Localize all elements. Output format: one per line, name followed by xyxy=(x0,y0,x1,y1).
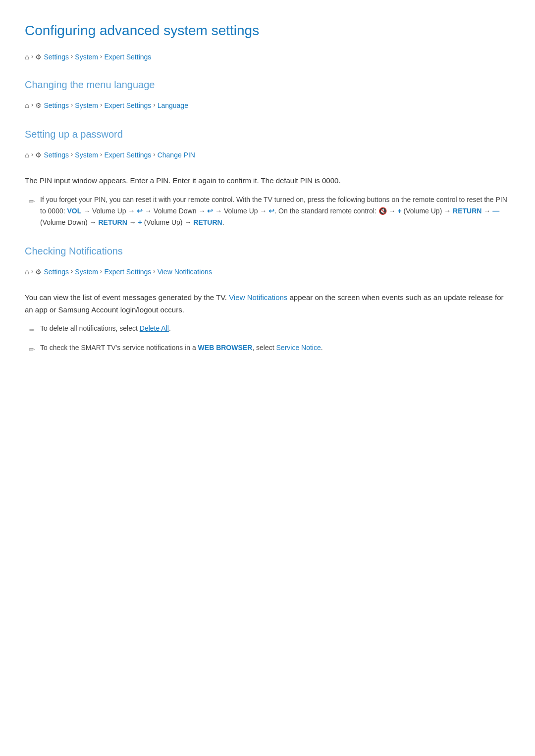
pencil-icon-service: ✏ xyxy=(29,344,35,355)
home-icon-pin: ⌂ xyxy=(25,149,29,161)
chevron-lang-3: › xyxy=(100,100,102,110)
breadcrumb-language-item[interactable]: Language xyxy=(158,100,188,111)
section-language: Changing the menu language ⌂ › ⚙ Setting… xyxy=(25,77,510,111)
breadcrumb-settings[interactable]: Settings xyxy=(44,51,69,62)
home-icon: ⌂ xyxy=(25,51,29,63)
pencil-icon-delete: ✏ xyxy=(29,324,35,336)
breadcrumb-notifications: ⌂ › ⚙ Settings › System › Expert Setting… xyxy=(25,266,510,278)
service-note-post: . xyxy=(321,344,323,352)
breadcrumb-expert-settings: ⌂ › ⚙ Settings › System › Expert Setting… xyxy=(25,51,510,63)
page-title: Configuring advanced system settings xyxy=(25,20,510,42)
return-arrow-3: ↩ xyxy=(268,207,274,215)
chevron-icon-1: › xyxy=(31,51,33,62)
settings-gear-icon-notif: ⚙ xyxy=(35,266,42,277)
breadcrumb-expert-notif[interactable]: Expert Settings xyxy=(104,266,151,277)
delete-note-post: . xyxy=(169,324,171,332)
service-notice-note-text: To check the SMART TV's service notifica… xyxy=(40,342,323,353)
breadcrumb-changepin: ⌂ › ⚙ Settings › System › Expert Setting… xyxy=(25,149,510,161)
breadcrumb-changepin-item[interactable]: Change PIN xyxy=(158,150,195,160)
return-label-1: RETURN xyxy=(453,207,482,215)
password-note: ✏ If you forget your PIN, you can reset … xyxy=(29,194,510,228)
chevron-lang-1: › xyxy=(31,100,33,110)
notifications-body-text: You can view the list of event messages … xyxy=(25,292,510,316)
settings-gear-icon-pin: ⚙ xyxy=(35,150,42,160)
breadcrumb-system-notif[interactable]: System xyxy=(75,266,98,277)
return-arrow-1: ↩ xyxy=(137,207,143,215)
home-icon-lang: ⌂ xyxy=(25,100,29,111)
chevron-icon-2: › xyxy=(71,51,73,62)
view-notifications-link[interactable]: View Notifications xyxy=(229,293,287,302)
minus-label: — xyxy=(492,207,499,215)
chevron-pin-1: › xyxy=(31,150,33,160)
settings-gear-icon: ⚙ xyxy=(35,51,42,62)
vol-label: VOL xyxy=(67,207,82,215)
password-note-text: If you forget your PIN, you can reset it… xyxy=(40,194,510,228)
return-label-2: RETURN xyxy=(98,218,127,226)
breadcrumb-system[interactable]: System xyxy=(75,51,98,62)
chevron-pin-3: › xyxy=(100,150,102,160)
section-notifications: Checking Notifications ⌂ › ⚙ Settings › … xyxy=(25,243,510,356)
breadcrumb-system-pin[interactable]: System xyxy=(75,150,98,160)
section-title-language: Changing the menu language xyxy=(25,77,510,93)
chevron-notif-3: › xyxy=(100,266,102,277)
breadcrumb-settings-notif[interactable]: Settings xyxy=(44,266,69,277)
breadcrumb-view-notifications[interactable]: View Notifications xyxy=(158,266,212,277)
section-title-password: Setting up a password xyxy=(25,126,510,142)
breadcrumb-settings-lang[interactable]: Settings xyxy=(44,100,69,111)
return-arrow-2: ↩ xyxy=(207,207,213,215)
plus-label-2: + xyxy=(138,218,142,226)
breadcrumb-expert-lang[interactable]: Expert Settings xyxy=(104,100,151,111)
web-browser-label: WEB BROWSER xyxy=(198,344,253,352)
section-password: Setting up a password ⌂ › ⚙ Settings › S… xyxy=(25,126,510,228)
password-body-text: The PIN input window appears. Enter a PI… xyxy=(25,175,510,187)
section-title-notifications: Checking Notifications xyxy=(25,243,510,259)
plus-label: + xyxy=(397,207,401,215)
breadcrumb-expert[interactable]: Expert Settings xyxy=(104,51,151,62)
settings-gear-icon-lang: ⚙ xyxy=(35,100,42,111)
service-note-mid: , select xyxy=(252,344,276,352)
breadcrumb-settings-pin[interactable]: Settings xyxy=(44,150,69,160)
service-notice-link[interactable]: Service Notice xyxy=(276,344,321,352)
delete-all-link[interactable]: Delete All xyxy=(140,324,169,332)
pencil-icon-password: ✏ xyxy=(29,196,35,207)
breadcrumb-expert-pin[interactable]: Expert Settings xyxy=(104,150,151,160)
delete-all-note-text: To delete all notifications, select Dele… xyxy=(40,323,171,334)
service-note-pre: To check the SMART TV's service notifica… xyxy=(40,344,198,352)
breadcrumb-language: ⌂ › ⚙ Settings › System › Expert Setting… xyxy=(25,100,510,111)
chevron-pin-4: › xyxy=(153,150,155,160)
notifications-body-pre: You can view the list of event messages … xyxy=(25,293,227,302)
home-icon-notif: ⌂ xyxy=(25,266,29,278)
delete-note-pre: To delete all notifications, select xyxy=(40,324,140,332)
chevron-notif-2: › xyxy=(71,266,73,277)
return-label-3: RETURN xyxy=(193,218,222,226)
chevron-lang-4: › xyxy=(153,100,155,110)
chevron-lang-2: › xyxy=(71,100,73,110)
breadcrumb-system-lang[interactable]: System xyxy=(75,100,98,111)
service-notice-note: ✏ To check the SMART TV's service notifi… xyxy=(29,342,510,355)
chevron-notif-1: › xyxy=(31,266,33,277)
chevron-icon-3: › xyxy=(100,51,102,62)
chevron-pin-2: › xyxy=(71,150,73,160)
delete-all-note: ✏ To delete all notifications, select De… xyxy=(29,323,510,336)
chevron-notif-4: › xyxy=(153,266,155,277)
